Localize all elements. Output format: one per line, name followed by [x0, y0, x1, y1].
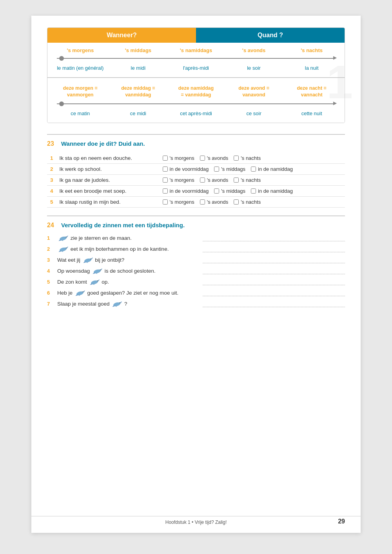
checkbox-input[interactable] — [234, 199, 239, 205]
row-options: in de voormiddag 's middags in de namidd… — [160, 164, 345, 174]
checkbox-option[interactable]: in de voormiddag — [163, 188, 209, 194]
checkbox-input[interactable] — [214, 188, 219, 194]
checkbox-option[interactable]: 's avonds — [200, 199, 229, 205]
arrow-line-1 — [57, 58, 335, 59]
dolphin-icon — [89, 278, 100, 286]
ex24-row: 5De zon komt op. — [47, 278, 345, 286]
checkbox-option[interactable]: in de namiddag — [251, 166, 293, 172]
ex24-row-text: eet ik mijn boterhammen op in de kantine… — [57, 245, 200, 253]
checkbox-option[interactable]: 's nachts — [234, 177, 261, 183]
svg-point-9 — [66, 247, 67, 248]
arrow-line-2 — [57, 103, 335, 104]
ex24-row-number: 7 — [47, 301, 54, 307]
ex24-row-text: zie je sterren en de maan. — [57, 234, 200, 242]
french-deze-5: cette nuit — [283, 110, 341, 116]
ex24-row: 3Wat eet jij bij je ontbijt? — [47, 256, 345, 264]
checkbox-input[interactable] — [234, 177, 239, 183]
checkbox-input[interactable] — [200, 199, 205, 205]
checkbox-input[interactable] — [200, 156, 205, 161]
header-row: Wanneer? Quand ? — [47, 28, 345, 43]
checkbox-option[interactable]: in de namiddag — [251, 188, 293, 194]
ex24-row-number: 2 — [47, 246, 54, 252]
ex24-row: 4Op woensdag is de school gesloten. — [47, 267, 345, 275]
dutch-times-row: 's morgens 's middags 's namiddags 's av… — [47, 43, 345, 55]
exercise-23: 23 Wanneer doe je dit? Duid aan. 1Ik sta… — [47, 134, 345, 208]
vocab-table: Wanneer? Quand ? 's morgens 's middags '… — [47, 27, 345, 123]
row-options: 's morgens 's avonds 's nachts — [160, 197, 345, 207]
ex23-row: 1Ik sta op en neem een douche. 's morgen… — [47, 153, 345, 164]
dutch-time-2: 's middags — [109, 47, 167, 53]
checkbox-input[interactable] — [163, 156, 168, 161]
dolphin-icon — [112, 300, 122, 308]
ex24-row-text: Slaap je meestal goed ? — [57, 300, 200, 308]
row-sentence: Ik ga naar de judoles. — [56, 174, 160, 185]
deze-dutch-row: deze morgen =vanmorgen deze middag =vanm… — [51, 83, 341, 100]
checkbox-input[interactable] — [251, 167, 256, 172]
exercise-24-header: 24 Vervolledig de zinnen met een tijdsbe… — [47, 222, 345, 229]
ex24-row-number: 5 — [47, 279, 54, 285]
svg-point-34 — [120, 302, 120, 303]
dolphin-icon — [58, 245, 68, 253]
french-times-row: le matin (en général) le midi l'après-mi… — [47, 63, 345, 77]
answer-line — [203, 257, 345, 263]
svg-point-4 — [66, 236, 67, 237]
checkbox-option[interactable]: 's middags — [214, 166, 245, 172]
ex23-row: 4Ik eet een broodje met soep. in de voor… — [47, 185, 345, 196]
page-footer: Hoofdstuk 1 • Vrije tijd? Zalig! — [31, 516, 361, 525]
page-number: 29 — [338, 518, 345, 525]
checkbox-option[interactable]: 's avonds — [200, 155, 229, 161]
checkbox-option[interactable]: 's morgens — [163, 177, 194, 183]
french-deze-4: ce soir — [225, 110, 283, 116]
checkbox-input[interactable] — [234, 156, 239, 161]
ex24-row: 2 eet ik mijn boterhammen op in de kanti… — [47, 245, 345, 253]
wanneer-header: Wanneer? — [47, 28, 196, 43]
ex24-row-text: Wat eet jij bij je ontbijt? — [57, 256, 200, 264]
checkbox-input[interactable] — [214, 167, 219, 172]
french-deze-2: ce midi — [109, 110, 167, 116]
deze-2: deze middag =vanmiddag — [109, 85, 167, 99]
svg-point-19 — [100, 269, 101, 270]
checkbox-input[interactable] — [163, 177, 168, 183]
checkbox-option[interactable]: 's morgens — [163, 199, 194, 205]
ex24-row: 1 zie je sterren en de maan. — [47, 234, 345, 242]
french-deze-1: ce matin — [51, 110, 109, 116]
dolphin-icon — [83, 256, 93, 264]
arrow-row-2 — [47, 100, 345, 109]
ex24-row-number: 1 — [47, 235, 54, 241]
ex24-row-number: 6 — [47, 290, 54, 296]
deze-section: deze morgen =vanmorgen deze middag =vanm… — [47, 78, 345, 100]
row-options: 's morgens 's avonds 's nachts — [160, 175, 345, 185]
arrow-row-1 — [47, 55, 345, 63]
french-deze-3: cet après-midi — [167, 110, 225, 116]
checkbox-input[interactable] — [163, 188, 168, 194]
page: 1 Wanneer? Quand ? 's morgens 's middags… — [31, 16, 361, 533]
checkbox-option[interactable]: 's avonds — [200, 177, 229, 183]
french-time-3: l'après-midi — [167, 65, 225, 71]
row-sentence: Ik eet een broodje met soep. — [56, 185, 160, 196]
french-time-1: le matin (en général) — [51, 65, 109, 71]
answer-line — [203, 268, 345, 274]
checkbox-option[interactable]: 's nachts — [234, 155, 261, 161]
checkbox-option[interactable]: 's morgens — [163, 155, 194, 161]
row-options: 's morgens 's avonds 's nachts — [160, 153, 345, 163]
svg-point-29 — [83, 291, 83, 292]
exercise-24-number: 24 — [47, 222, 61, 229]
exercise-23-number: 23 — [47, 140, 61, 147]
exercise-23-title: Wanneer doe je dit? Duid aan. — [61, 140, 145, 147]
checkbox-option[interactable]: in de voormiddag — [163, 166, 209, 172]
french-time-5: la nuit — [283, 65, 341, 71]
checkbox-input[interactable] — [251, 188, 256, 194]
row-sentence: Ik werk op school. — [56, 163, 160, 174]
french-time-2: le midi — [109, 65, 167, 71]
ex24-row-text: Op woensdag is de school gesloten. — [57, 267, 200, 275]
exercise-23-header: 23 Wanneer doe je dit? Duid aan. — [47, 140, 345, 147]
checkbox-option[interactable]: 's nachts — [234, 199, 261, 205]
checkbox-input[interactable] — [163, 167, 168, 172]
checkbox-input[interactable] — [200, 177, 205, 183]
french-time-4: le soir — [225, 65, 283, 71]
svg-point-24 — [97, 280, 98, 281]
svg-marker-3 — [67, 235, 68, 237]
checkbox-option[interactable]: 's middags — [214, 188, 245, 194]
answer-line — [203, 279, 345, 285]
checkbox-input[interactable] — [163, 199, 168, 205]
